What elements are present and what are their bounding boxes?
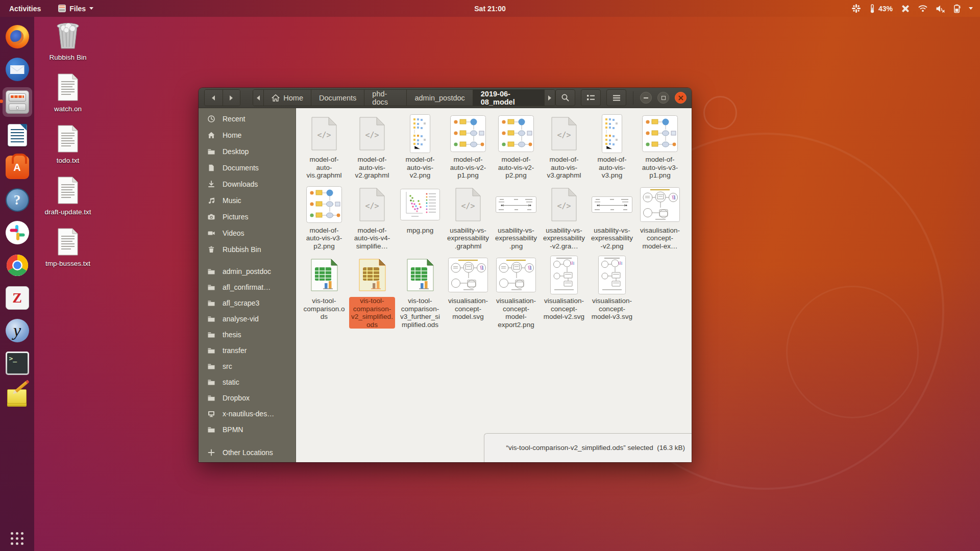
file-model-of-auto-vis-v2-p1-png[interactable]: model-of-auto-vis-v2-p1.png <box>444 113 492 184</box>
desktop-icon-tmp-busses-txt[interactable]: tmp-busses.txt <box>41 228 95 268</box>
show-applications-button[interactable] <box>11 532 23 545</box>
sidebar-item-static[interactable]: static <box>199 374 296 390</box>
file-model-of-auto-vis-v3-png[interactable]: model-of-auto-vis-v3.png <box>588 113 636 184</box>
close-icon <box>678 95 683 101</box>
sidebar-item-src[interactable]: src <box>199 358 296 374</box>
sidebar-item-x-nautilus-des-[interactable]: x-nautilus-des… <box>199 406 296 421</box>
sidebar-item-other-locations[interactable]: Other Locations <box>199 444 296 461</box>
sidebar-item-home[interactable]: Home <box>199 127 296 143</box>
help-dock-icon[interactable]: ? <box>3 185 32 215</box>
chrome-dock-icon[interactable] <box>3 251 32 280</box>
sidebar-item-videos[interactable]: Videos <box>199 225 296 241</box>
desktop-icon-draft-update-txt[interactable]: draft-update.txt <box>41 176 95 216</box>
file-visualisation-concept-model-v3-svg[interactable]: visualisation-concept-model-v3.svg <box>588 255 636 333</box>
thunderbird-dock-icon[interactable] <box>3 55 32 84</box>
file-usability-vs-expressability-v2-png[interactable]: usability-vs-expressability-v2.png <box>588 184 636 255</box>
file-model-of-auto-vis-v2-p2-png[interactable]: model-of-auto-vis-v2-p2.png <box>492 113 540 184</box>
menu-button[interactable] <box>606 89 626 106</box>
desktop-icon-todo-txt[interactable]: todo.txt <box>41 124 95 165</box>
file-model-of-auto-vis-v2-png[interactable]: model-of-auto-vis-v2.png <box>396 113 444 184</box>
path-scroll-left-icon[interactable] <box>253 90 263 106</box>
sidebar-item-rubbish-bin[interactable]: Rubbish Bin <box>199 241 296 258</box>
image-thumbnail <box>640 187 680 222</box>
path-scroll-right-icon[interactable] <box>544 90 555 106</box>
forward-button[interactable] <box>223 90 240 106</box>
image-thumbnail <box>450 115 486 152</box>
sidebar-item-afl-scrape3[interactable]: afl_scrape3 <box>199 295 296 311</box>
file-name-label: visualisation-concept-model.svg <box>445 297 491 321</box>
firefox-dock-icon[interactable] <box>3 22 32 52</box>
desktop-icon-watch-on[interactable]: watch.on <box>41 73 95 113</box>
breadcrumb-documents[interactable]: Documents <box>311 90 364 106</box>
sidebar-item-admin-postdoc[interactable]: admin_postdoc <box>199 263 296 279</box>
desktop-icon-label: todo.txt <box>43 157 93 165</box>
sidebar-item-music[interactable]: Music <box>199 192 296 209</box>
breadcrumb-2019-06-08-model[interactable]: 2019-06-08_model <box>473 90 544 106</box>
sidebar-item-transfer[interactable]: transfer <box>199 342 296 358</box>
sidebar-item-desktop[interactable]: Desktop <box>199 143 296 160</box>
file-vis-tool-comparison-ods[interactable]: vis-tool-comparison.ods <box>300 255 348 333</box>
sidebar-item-analyse-vid[interactable]: analyse-vid <box>199 311 296 327</box>
image-thumbnail <box>642 115 678 152</box>
file-model-of-auto-vis-v4-simplifie-[interactable]: </> model-of-auto-vis-v4-simplifie… <box>348 184 396 255</box>
yed-dock-icon[interactable]: y <box>3 316 32 345</box>
spreadsheet-file-icon <box>357 259 387 291</box>
clock-button[interactable]: Sat 21:00 <box>469 0 510 17</box>
file-model-of-auto-vis-v3-p2-png[interactable]: model-of-auto-vis-v3-p2.png <box>300 184 348 255</box>
breadcrumb-phd-docs[interactable]: phd-docs <box>364 90 406 106</box>
desktop-icon-rubbish-bin[interactable]: Rubbish Bin <box>41 20 95 62</box>
file-visualisation-concept-model-v2-svg[interactable]: visualisation-concept-model-v2.svg <box>540 255 588 333</box>
file-model-of-auto-vis-v3-graphml[interactable]: </> model-of-auto-vis-v3.graphml <box>540 113 588 184</box>
sidebar-item-label: Desktop <box>223 147 249 156</box>
sidebar-item-afl-confirmat-[interactable]: afl_confirmat… <box>199 279 296 295</box>
view-toggle-button[interactable] <box>581 89 601 106</box>
file-mpg-png[interactable]: mpg.png <box>396 184 444 255</box>
sidebar-item-bpmn[interactable]: BPMN <box>199 421 296 437</box>
sidebar-item-label: Downloads <box>223 180 258 188</box>
maximize-button[interactable] <box>657 92 669 104</box>
notes-dock-icon[interactable] <box>3 381 32 411</box>
zotero-dock-icon[interactable]: Z <box>3 283 32 313</box>
sidebar-item-dropbox[interactable]: Dropbox <box>199 390 296 406</box>
sidebar-item-pictures[interactable]: Pictures <box>199 209 296 225</box>
svg-text:</>: </> <box>557 202 571 211</box>
search-button[interactable] <box>555 89 575 106</box>
sidebar-item-label: Music <box>223 196 241 205</box>
minimize-button[interactable] <box>640 92 652 104</box>
file-usability-vs-expressability-graphml[interactable]: </> usability-vs-expressability.graphml <box>444 184 492 255</box>
file-usability-vs-expressability-v2-gra-[interactable]: </> usability-vs-expressability-v2.gra… <box>540 184 588 255</box>
files-dock-icon[interactable] <box>3 87 32 117</box>
file-visualisation-concept-model-export2-png[interactable]: visualisation-concept-model-export2.png <box>492 255 540 333</box>
file-name-label: usability-vs-expressability-v2.png <box>589 227 635 251</box>
file-model-of-auto-vis-v3-p1-png[interactable]: model-of-auto-vis-v3-p1.png <box>636 113 684 184</box>
terminal-dock-icon[interactable]: >_ <box>3 348 32 378</box>
app-menu-button[interactable]: Files <box>56 0 95 17</box>
file-vis-tool-comparison-v3-further-simplified-ods[interactable]: vis-tool-comparison-v3_further_simplifie… <box>396 255 444 333</box>
file-visaulisation-concept-model-ex-[interactable]: visaulisation-concept-model-ex… <box>636 184 684 255</box>
file-name-label: vis-tool-comparison-v3_further_simplifie… <box>397 297 443 329</box>
breadcrumb-home[interactable]: Home <box>263 90 311 106</box>
sidebar-item-recent[interactable]: Recent <box>199 111 296 127</box>
file-model-of-auto-vis-v2-graphml[interactable]: </> model-of-auto-vis-v2.graphml <box>348 113 396 184</box>
file-name-label: mpg.png <box>405 227 435 235</box>
breadcrumb-admin-postdoc[interactable]: admin_postdoc <box>406 90 472 106</box>
dock: A ? Z y >_ <box>0 17 34 551</box>
slack-dock-icon[interactable] <box>3 218 32 247</box>
text-file-icon <box>56 176 80 205</box>
file-visualisation-concept-model-svg[interactable]: visualisation-concept-model.svg <box>444 255 492 333</box>
svg-text:</>: </> <box>365 131 379 140</box>
file-usability-vs-expressability-png[interactable]: usability-vs-expressability.png <box>492 184 540 255</box>
activities-button[interactable]: Activities <box>7 0 43 17</box>
file-model-of-auto-vis-graphml[interactable]: </> model-of-auto-vis.graphml <box>300 113 348 184</box>
libreoffice-writer-dock-icon[interactable] <box>3 120 32 149</box>
image-thumbnail <box>498 115 534 152</box>
system-tray[interactable]: 43% <box>848 0 976 17</box>
sidebar-item-downloads[interactable]: Downloads <box>199 176 296 192</box>
ubuntu-software-dock-icon[interactable]: A <box>3 153 32 182</box>
sidebar-item-documents[interactable]: Documents <box>199 160 296 176</box>
close-button[interactable] <box>675 92 687 104</box>
back-button[interactable] <box>205 90 223 106</box>
file-view[interactable]: </> model-of-auto-vis.graphml </> model-… <box>296 108 692 462</box>
file-vis-tool-comparison-v2-simplified-ods[interactable]: vis-tool-comparison-v2_simplified.ods <box>348 255 396 333</box>
sidebar-item-thesis[interactable]: thesis <box>199 327 296 342</box>
